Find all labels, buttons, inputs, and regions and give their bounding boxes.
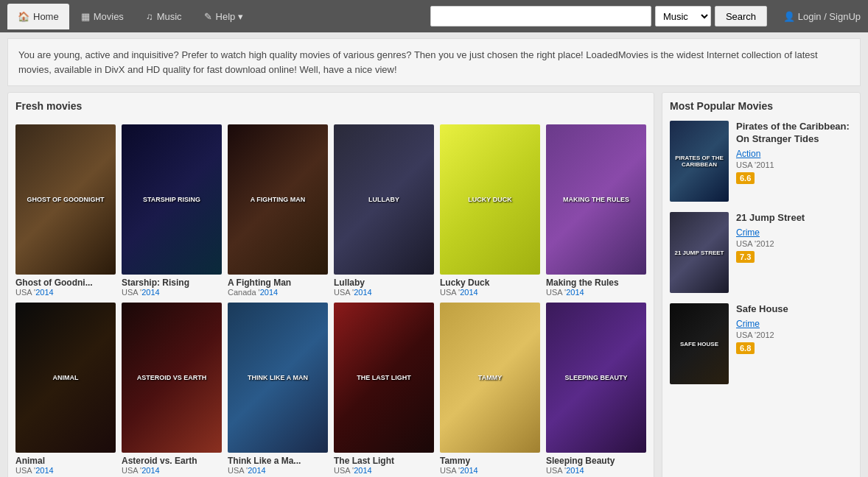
popular-genre-pirates[interactable]: Action bbox=[736, 149, 853, 159]
poster-inner-fighting: A FIGHTING MAN bbox=[228, 124, 328, 275]
movie-card-rules[interactable]: MAKING THE RULES Making the Rules USA '2… bbox=[546, 124, 646, 297]
movie-poster-asteroid: ASTEROID VS EARTH bbox=[122, 303, 222, 453]
popular-info-pirates: Pirates of the Caribbean: On Stranger Ti… bbox=[736, 121, 853, 202]
movie-poster-sleeping: SLEEPING BEAUTY bbox=[546, 303, 646, 453]
poster-inner-lucky: LUCKY DUCK bbox=[440, 124, 540, 275]
movie-year-lullaby[interactable]: 2014 bbox=[354, 288, 371, 297]
movie-card-lastlight[interactable]: THE LAST LIGHT The Last Light USA '2014 bbox=[334, 303, 434, 475]
popular-info-21jump: 21 Jump Street Crime USA '2012 7.3 bbox=[736, 212, 853, 293]
movie-meta-tammy: USA '2014 bbox=[440, 466, 540, 475]
search-input[interactable] bbox=[430, 6, 651, 26]
movie-year-sleeping[interactable]: 2014 bbox=[566, 466, 584, 475]
movie-title-tammy: Tammy bbox=[440, 456, 540, 466]
welcome-banner: You are young, active and inquisitive? P… bbox=[7, 38, 861, 86]
popular-item-safehouse[interactable]: SAFE HOUSE Safe House Crime USA '2012 6.… bbox=[670, 303, 853, 384]
nav-tab-home[interactable]: 🏠 Home bbox=[7, 4, 69, 29]
movie-year-animal[interactable]: 2014 bbox=[35, 466, 53, 475]
movie-year-ghost[interactable]: 2014 bbox=[35, 288, 53, 297]
movie-meta-lullaby: USA '2014 bbox=[334, 288, 434, 297]
movie-card-starship[interactable]: STARSHIP RISING Starship: Rising USA '20… bbox=[122, 124, 222, 297]
movie-meta-starship: USA '2014 bbox=[122, 288, 222, 297]
fresh-movies-section: Fresh movies GHOST OF GOODNIGHT Ghost of… bbox=[7, 92, 654, 477]
movies-icon: ▦ bbox=[81, 11, 90, 22]
movie-year-lucky[interactable]: 2014 bbox=[460, 288, 477, 297]
movie-poster-starship: STARSHIP RISING bbox=[122, 124, 222, 275]
movie-year-starship[interactable]: 2014 bbox=[141, 288, 159, 297]
popular-title-safehouse: Safe House bbox=[736, 303, 853, 316]
movie-year-tammy[interactable]: 2014 bbox=[460, 466, 477, 475]
movie-meta-fighting: Canada '2014 bbox=[228, 288, 328, 297]
movie-poster-lucky: LUCKY DUCK bbox=[440, 124, 540, 275]
popular-title-pirates: Pirates of the Caribbean: On Stranger Ti… bbox=[736, 121, 853, 146]
home-icon: 🏠 bbox=[18, 11, 29, 22]
nav-tab-music[interactable]: ♫ Music bbox=[136, 4, 192, 29]
movie-meta-lucky: USA '2014 bbox=[440, 288, 540, 297]
popular-poster-safehouse: SAFE HOUSE bbox=[670, 303, 729, 384]
popular-item-21jump[interactable]: 21 JUMP STREET 21 Jump Street Crime USA … bbox=[670, 212, 853, 293]
poster-inner-think: THINK LIKE A MAN bbox=[228, 303, 328, 453]
movie-card-asteroid[interactable]: ASTEROID VS EARTH Asteroid vs. Earth USA… bbox=[122, 303, 222, 475]
search-category-select[interactable]: Music Movies All bbox=[655, 6, 711, 26]
movie-meta-asteroid: USA '2014 bbox=[122, 466, 222, 475]
movie-title-lullaby: Lullaby bbox=[334, 278, 434, 288]
sidebar-title: Most Popular Movies bbox=[670, 100, 853, 112]
popular-country-21jump: USA '2012 bbox=[736, 239, 853, 248]
movie-meta-rules: USA '2014 bbox=[546, 288, 646, 297]
movie-year-asteroid[interactable]: 2014 bbox=[141, 466, 159, 475]
movie-meta-think: USA '2014 bbox=[228, 466, 328, 475]
popular-poster-21jump: 21 JUMP STREET bbox=[670, 212, 729, 293]
movie-title-sleeping: Sleeping Beauty bbox=[546, 456, 646, 466]
movie-year-think[interactable]: 2014 bbox=[248, 466, 265, 475]
movie-poster-ghost: GHOST OF GOODNIGHT bbox=[15, 124, 116, 275]
navbar: 🏠 Home ▦ Movies ♫ Music ✎ Help ▾ Music M… bbox=[0, 0, 868, 32]
music-icon: ♫ bbox=[146, 11, 153, 22]
search-button[interactable]: Search bbox=[715, 6, 767, 26]
search-area: Music Movies All Search bbox=[430, 6, 767, 26]
rating-badge-pirates: 6.6 bbox=[736, 172, 755, 184]
movie-card-tammy[interactable]: TAMMY Tammy USA '2014 bbox=[440, 303, 540, 475]
movie-meta-ghost: USA '2014 bbox=[15, 288, 116, 297]
popular-poster-inner-21jump: 21 JUMP STREET bbox=[670, 212, 729, 293]
movie-card-lucky[interactable]: LUCKY DUCK Lucky Duck USA '2014 bbox=[440, 124, 540, 297]
movie-title-starship: Starship: Rising bbox=[122, 278, 222, 288]
movie-poster-rules: MAKING THE RULES bbox=[546, 124, 646, 275]
movie-year-lastlight[interactable]: 2014 bbox=[354, 466, 371, 475]
popular-country-pirates: USA '2011 bbox=[736, 160, 853, 169]
poster-inner-rules: MAKING THE RULES bbox=[546, 124, 646, 275]
movie-poster-fighting: A FIGHTING MAN bbox=[228, 124, 328, 275]
popular-item-pirates[interactable]: PIRATES OF THE CARIBBEAN Pirates of the … bbox=[670, 121, 853, 202]
help-icon: ✎ bbox=[204, 11, 212, 22]
login-signup-link[interactable]: 👤 Login / SignUp bbox=[783, 11, 861, 22]
rating-badge-21jump: 7.3 bbox=[736, 251, 755, 263]
movie-card-lullaby[interactable]: LULLABY Lullaby USA '2014 bbox=[334, 124, 434, 297]
user-icon: 👤 bbox=[783, 11, 795, 22]
movie-title-fighting: A Fighting Man bbox=[228, 278, 328, 288]
movie-poster-animal: ANIMAL bbox=[15, 303, 116, 453]
nav-movies-label: Movies bbox=[94, 11, 124, 22]
nav-tab-movies[interactable]: ▦ Movies bbox=[71, 4, 134, 29]
poster-inner-animal: ANIMAL bbox=[15, 303, 116, 453]
poster-inner-ghost: GHOST OF GOODNIGHT bbox=[15, 124, 116, 275]
movie-card-fighting[interactable]: A FIGHTING MAN A Fighting Man Canada '20… bbox=[228, 124, 328, 297]
login-label: Login / SignUp bbox=[798, 11, 861, 22]
movie-title-lucky: Lucky Duck bbox=[440, 278, 540, 288]
movie-year-fighting[interactable]: 2014 bbox=[260, 288, 278, 297]
welcome-text: You are young, active and inquisitive? P… bbox=[18, 49, 818, 75]
popular-poster-inner-pirates: PIRATES OF THE CARIBBEAN bbox=[670, 121, 729, 202]
movie-card-sleeping[interactable]: SLEEPING BEAUTY Sleeping Beauty USA '201… bbox=[546, 303, 646, 475]
movie-title-think: Think Like a Ma... bbox=[228, 456, 328, 466]
movie-title-lastlight: The Last Light bbox=[334, 456, 434, 466]
nav-home-label: Home bbox=[33, 11, 59, 22]
popular-genre-safehouse[interactable]: Crime bbox=[736, 319, 853, 329]
popular-poster-pirates: PIRATES OF THE CARIBBEAN bbox=[670, 121, 729, 202]
movie-card-think[interactable]: THINK LIKE A MAN Think Like a Ma... USA … bbox=[228, 303, 328, 475]
popular-genre-21jump[interactable]: Crime bbox=[736, 227, 853, 238]
movie-card-ghost[interactable]: GHOST OF GOODNIGHT Ghost of Goodni... US… bbox=[15, 124, 116, 297]
rating-badge-safehouse: 6.8 bbox=[736, 342, 755, 354]
movie-year-rules[interactable]: 2014 bbox=[566, 288, 584, 297]
popular-list: PIRATES OF THE CARIBBEAN Pirates of the … bbox=[670, 121, 853, 384]
movie-meta-lastlight: USA '2014 bbox=[334, 466, 434, 475]
nav-music-label: Music bbox=[157, 11, 182, 22]
movie-card-animal[interactable]: ANIMAL Animal USA '2014 bbox=[15, 303, 116, 475]
nav-tab-help[interactable]: ✎ Help ▾ bbox=[194, 4, 253, 29]
